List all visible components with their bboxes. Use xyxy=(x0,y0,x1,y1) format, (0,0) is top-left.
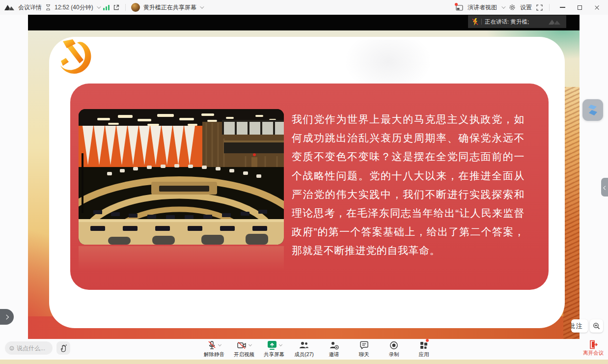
statue-decoration xyxy=(563,87,580,339)
chat-button[interactable]: 聊天 xyxy=(353,340,375,358)
assembly-hall-photo xyxy=(79,109,284,245)
meeting-timer[interactable]: 12:52 (40分钟) xyxy=(55,3,93,12)
watermark-logo-icon xyxy=(548,18,562,26)
maximize-button[interactable] xyxy=(573,2,586,12)
video-options-caret-icon[interactable] xyxy=(249,343,252,346)
apps-button[interactable]: 应用 xyxy=(413,340,435,358)
start-video-label: 开启视频 xyxy=(234,351,254,358)
camera-off-icon xyxy=(237,341,247,350)
invite-icon xyxy=(329,341,339,350)
chat-label: 聊天 xyxy=(359,351,369,358)
minimize-button[interactable] xyxy=(556,2,569,12)
screen-share-icon xyxy=(267,340,277,350)
assistant-s-icon xyxy=(587,104,599,116)
slide-red-panel: 我们党作为世界上最大的马克思主义执政党，如何成功跳出治乱兴衰历史周期率、确保党永… xyxy=(70,84,549,290)
layout-icon[interactable] xyxy=(456,4,463,11)
invite-label: 邀请 xyxy=(329,351,339,358)
floating-assistant-button[interactable] xyxy=(582,99,603,121)
view-mode-button[interactable]: 演讲者视图 xyxy=(468,3,497,12)
members-button[interactable]: 成员(27) xyxy=(293,340,315,358)
mic-muted-icon xyxy=(207,340,217,350)
share-screen-label: 共享屏幕 xyxy=(264,351,284,358)
speaking-banner: 正在讲话: 黄升槛; xyxy=(468,15,566,28)
banner-divider xyxy=(481,19,482,25)
apps-icon xyxy=(419,341,428,350)
unmute-label: 解除静音 xyxy=(204,351,224,358)
leave-meeting-icon xyxy=(589,340,598,349)
titlebar-divider xyxy=(125,4,126,11)
slide-paragraph: 我们党作为世界上最大的马克思主义执政党，如何成功跳出治乱兴衰历史周期率、确保党永… xyxy=(292,110,525,260)
leave-meeting-button[interactable]: 离开会议 xyxy=(581,340,605,357)
magnifier-plus-icon xyxy=(593,322,600,330)
annotation-label: 批注 xyxy=(571,322,583,331)
meeting-toolbar: 解除静音 开启视频 xyxy=(0,339,608,359)
timer-caret-icon[interactable] xyxy=(97,4,101,8)
mic-options-caret-icon[interactable] xyxy=(218,343,221,346)
record-label: 录制 xyxy=(389,351,399,358)
share-screen-button[interactable]: 共享屏幕 xyxy=(263,340,285,358)
view-mode-caret-icon[interactable] xyxy=(501,4,505,8)
desktop-edge-strip xyxy=(0,359,608,364)
slide-white-card: 我们党作为世界上最大的马克思主义执政党，如何成功跳出治乱兴衰历史周期率、确保党永… xyxy=(49,37,565,328)
meeting-details-link[interactable]: 会议详情 xyxy=(18,3,42,12)
gear-icon[interactable] xyxy=(509,4,516,11)
leave-meeting-label: 离开会议 xyxy=(583,350,604,357)
share-options-caret-icon[interactable] xyxy=(278,343,282,346)
meeting-app-logo-icon xyxy=(4,4,15,11)
apps-label: 应用 xyxy=(419,351,429,358)
invite-button[interactable]: 邀请 xyxy=(323,340,345,358)
raise-hand-icon xyxy=(60,344,67,352)
titlebar: 会议详情 12:52 (40分钟) 黄升槛正在共享屏幕 演讲者视图 xyxy=(0,0,608,15)
quick-chat-input[interactable] xyxy=(17,345,48,352)
speaking-text: 正在讲话: 黄升槛; xyxy=(485,18,529,26)
apps-badge xyxy=(426,339,429,342)
close-button[interactable] xyxy=(590,2,603,12)
pop-out-icon[interactable] xyxy=(113,4,120,11)
magnifier-button[interactable] xyxy=(590,319,603,333)
party-emblem-icon xyxy=(58,39,93,77)
hourglass-icon xyxy=(45,4,51,11)
sharer-status[interactable]: 黄升槛正在共享屏幕 xyxy=(143,3,196,12)
raise-hand-button[interactable] xyxy=(56,341,70,355)
record-button[interactable]: 录制 xyxy=(383,340,405,358)
members-label: 成员(27) xyxy=(294,351,314,358)
right-panel-handle[interactable] xyxy=(601,178,608,196)
settings-button[interactable]: 设置 xyxy=(520,3,532,12)
shared-screen-stage: 我们党作为世界上最大的马克思主义执政党，如何成功跳出治乱兴衰历史周期率、确保党永… xyxy=(28,15,580,339)
annotation-button[interactable]: 批注 xyxy=(571,319,588,333)
unmute-button[interactable]: 解除静音 xyxy=(203,340,225,358)
titlebar-divider xyxy=(549,4,550,11)
left-panel-handle[interactable] xyxy=(0,309,14,325)
emoji-icon[interactable] xyxy=(9,345,14,352)
chat-icon xyxy=(359,341,369,350)
chevron-left-icon xyxy=(603,186,607,190)
record-icon xyxy=(389,341,398,350)
chevron-right-icon xyxy=(4,314,9,319)
sharer-avatar xyxy=(131,3,140,12)
fullscreen-icon[interactable] xyxy=(536,4,543,11)
audio-disconnected-icon xyxy=(472,18,478,26)
network-signal-icon[interactable] xyxy=(103,4,110,10)
sharer-caret-icon[interactable] xyxy=(200,4,204,8)
start-video-button[interactable]: 开启视频 xyxy=(233,340,255,358)
photo-reflection xyxy=(79,246,284,276)
quick-chat-pill[interactable] xyxy=(5,341,53,355)
members-icon xyxy=(299,341,309,350)
